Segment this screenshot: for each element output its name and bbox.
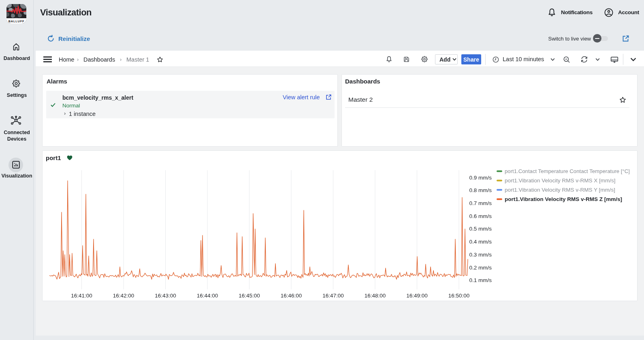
svg-text:16:47:00: 16:47:00 [322, 293, 344, 299]
svg-text:port1.Vibration Velocity RMS v: port1.Vibration Velocity RMS v-RMS Z [mm… [505, 196, 622, 202]
svg-text:0.5 mm/s: 0.5 mm/s [469, 226, 492, 232]
svg-text:0.6 mm/s: 0.6 mm/s [469, 213, 492, 219]
svg-text:0.3 mm/s: 0.3 mm/s [469, 252, 492, 258]
svg-text:16:43:00: 16:43:00 [155, 293, 176, 299]
svg-text:16:50:00: 16:50:00 [448, 293, 470, 299]
svg-text:16:45:00: 16:45:00 [239, 293, 260, 299]
svg-text:0.1 mm/s: 0.1 mm/s [469, 277, 492, 283]
svg-text:16:48:00: 16:48:00 [365, 293, 386, 299]
svg-text:0.4 mm/s: 0.4 mm/s [469, 239, 492, 245]
svg-text:16:41:00: 16:41:00 [71, 293, 92, 299]
svg-text:16:46:00: 16:46:00 [281, 293, 302, 299]
svg-text:port1.Contact Temperature Cont: port1.Contact Temperature Contact Temper… [505, 168, 630, 174]
svg-text:port1.Vibration Velocity RMS v: port1.Vibration Velocity RMS v-RMS X [mm… [505, 177, 616, 184]
svg-text:0.2 mm/s: 0.2 mm/s [469, 265, 492, 271]
svg-text:0.7 mm/s: 0.7 mm/s [469, 200, 492, 206]
svg-text:port1.Vibration Velocity RMS v: port1.Vibration Velocity RMS v-RMS Y [mm… [505, 187, 615, 193]
svg-text:16:42:00: 16:42:00 [113, 293, 134, 299]
svg-text:16:44:00: 16:44:00 [197, 293, 218, 299]
svg-text:16:49:00: 16:49:00 [406, 293, 428, 299]
svg-text:0.9 mm/s: 0.9 mm/s [469, 175, 492, 181]
svg-text:BALLUFF: BALLUFF [9, 19, 25, 23]
svg-text:0.8 mm/s: 0.8 mm/s [469, 187, 492, 193]
